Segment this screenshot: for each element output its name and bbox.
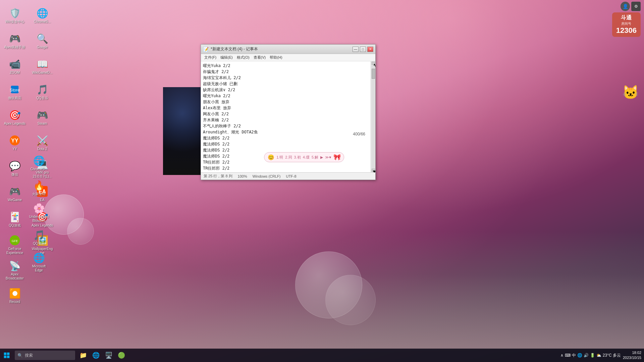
emoji-hearts[interactable]: ≫♥: [325, 155, 331, 160]
emoji-item-3[interactable]: 3.初: [294, 155, 301, 160]
desktop-icon-win-security[interactable]: 🛡️ Win安全中心: [3, 3, 27, 27]
desktop-icon-apexbroadcaster[interactable]: 📡 Apex Broadcaster: [3, 258, 27, 282]
sidu-widget[interactable]: 斗通 房间号 12306: [612, 12, 641, 37]
tray-lang[interactable]: 中: [572, 353, 576, 358]
desktop-icon-wechat[interactable]: 💬 微信: [3, 156, 27, 180]
notepad-scrollbar[interactable]: ▲ ▼: [371, 61, 375, 172]
desktop-icon-wiki[interactable]: 📖 WikiGameD...: [30, 54, 54, 78]
taskbar-app-360[interactable]: 🟢: [115, 349, 127, 361]
status-position: 第 25 行，第 8 列: [204, 174, 232, 179]
close-button[interactable]: ✕: [367, 47, 373, 52]
emoji-item-5[interactable]: 5.解: [312, 155, 318, 160]
taskbar-search[interactable]: 🔍 搜索: [15, 351, 75, 360]
desktop-icon-qqmusic2[interactable]: 🎵 QQ音乐: [27, 225, 51, 249]
desktop-icon-google[interactable]: 🔍 Google: [30, 29, 54, 53]
desktop-icon-underground[interactable]: 🌸 Underground Blossom: [27, 200, 51, 225]
menu-format[interactable]: 格式(O): [235, 54, 252, 61]
notepad-titlebar: 📝 *新建文本文档 (4) - 记事本 — □ ✕: [201, 45, 375, 54]
status-line-ending: Windows (CRLF): [253, 174, 281, 178]
top-right-icons: 👤 ⚙: [621, 2, 641, 11]
user-avatar[interactable]: 👤: [621, 2, 630, 11]
desktop-icon-huoyan[interactable]: 🔥 火眼金睛: [27, 176, 51, 200]
tray-network[interactable]: 🌐: [577, 353, 582, 358]
desktop-icon-chrome2[interactable]: 🌐 ChromeS...: [27, 151, 51, 175]
tray-up-arrow[interactable]: ∧: [560, 353, 564, 358]
sidu-title: 斗通: [616, 14, 637, 21]
menu-edit[interactable]: 编辑(E): [218, 54, 235, 61]
notepad-window: 📝 *新建文本文档 (4) - 记事本 — □ ✕ 文件(F) 编辑(E) 格式…: [201, 44, 376, 180]
start-button[interactable]: [0, 349, 13, 362]
search-placeholder: 搜索: [25, 353, 33, 358]
status-zoom: 100%: [238, 174, 247, 178]
menu-file[interactable]: 文件(F): [202, 54, 218, 61]
emoji-item-2[interactable]: 2.同: [285, 155, 292, 160]
desktop-icon-zoom[interactable]: 📹 ZOOM: [3, 54, 27, 78]
weather-text: 23°C 多云: [603, 353, 621, 358]
desktop-icon-store[interactable]: Store 微软商店: [3, 80, 27, 104]
svg-rect-8: [4, 353, 7, 355]
emoji-item-1[interactable]: 1.明: [276, 155, 283, 160]
desktop-icon-record[interactable]: ⏺️ Record: [3, 284, 27, 308]
emoji-play[interactable]: ▶: [320, 155, 323, 160]
svg-rect-9: [7, 353, 10, 355]
taskbar-app-file-explorer[interactable]: 📁: [77, 349, 89, 361]
clock-time: 18:02: [623, 350, 641, 355]
desktop-icon-steam[interactable]: 🎮 Steam: [30, 105, 54, 129]
tray-sound[interactable]: 🔊: [584, 353, 589, 358]
notepad-menubar: 文件(F) 编辑(E) 格式(O) 查看(V) 帮助(H): [201, 54, 375, 61]
notepad-statusbar: 第 25 行，第 8 列 100% Windows (CRLF) UTF-8: [201, 172, 375, 180]
desktop-icon-yy[interactable]: YY YY: [3, 131, 27, 155]
taskbar-right: ∧ ⌨ 中 🌐 🔊 🔋 ⛅ 23°C 多云 18:02 2023/10/15: [560, 350, 644, 361]
sidu-subtitle: 房间号: [616, 21, 637, 26]
svg-rect-10: [4, 356, 7, 358]
taskbar-apps: 📁 🌐 🖥️ 🟢: [77, 349, 127, 361]
desktop-icon-edge[interactable]: 🌐 Microsoft Edge: [27, 250, 51, 274]
clock-date: 2023/10/15: [623, 355, 641, 360]
svg-rect-11: [7, 356, 10, 358]
tray-battery[interactable]: 🔋: [590, 353, 595, 358]
desktop-icon-apex-mobile[interactable]: 🎮 Apex英雄手游: [3, 29, 27, 53]
desktop-icon-qqgames[interactable]: 🃏 QQ游戏: [3, 207, 27, 231]
svg-text:YY: YY: [11, 138, 18, 143]
desktop-icon-qqmusic[interactable]: 🎵 QQ音乐: [30, 80, 54, 104]
weather-icon: ⛅: [596, 353, 601, 358]
menu-help[interactable]: 帮助(H): [268, 54, 284, 61]
taskbar-app-cmd[interactable]: 🖥️: [103, 349, 115, 361]
status-encoding: UTF-8: [286, 174, 296, 178]
emoji-toolbar[interactable]: 😊 1.明 2.同 3.初 4.缓 5.解 ▶ ≫♥ 🎀: [264, 152, 344, 162]
system-tray: ∧ ⌨ 中 🌐 🔊 🔋 ⛅ 23°C 多云: [560, 353, 621, 358]
sidu-number: 12306: [616, 26, 637, 35]
taskbar: 🔍 搜索 📁 🌐 🖥️ 🟢 ∧ ⌨ 中 🌐 🔊 🔋 ⛅ 23°C 多云: [0, 349, 644, 362]
maximize-button[interactable]: □: [360, 47, 366, 52]
desktop-icon-geforce[interactable]: GFE GeForce Experience: [3, 233, 27, 257]
settings-icon[interactable]: ⚙: [631, 2, 641, 11]
svg-text:Store: Store: [10, 88, 20, 93]
video-panel: [163, 87, 202, 175]
desktop-icon-wegame[interactable]: 🎮 WeGame: [3, 182, 27, 206]
menu-view[interactable]: 查看(V): [252, 54, 268, 61]
hello-kitty-decoration: 🐱: [621, 82, 641, 102]
svg-text:GFE: GFE: [12, 239, 18, 243]
taskbar-app-edge[interactable]: 🌐: [90, 349, 102, 361]
minimize-button[interactable]: —: [353, 47, 359, 52]
desktop-icon-chromestab[interactable]: 🌐 ChromeS...: [30, 3, 54, 27]
desktop-icon-apex[interactable]: 🎯 Apex Legends: [3, 105, 27, 129]
top-right-widget: 👤 ⚙ 斗通 房间号 12306: [612, 2, 641, 37]
notepad-content-area: ▲ ▼ 400/66 😊 1.明 2.同 3.初 4.缓 5.解 ▶ ≫♥ 🎀: [201, 61, 375, 172]
emoji-item-4[interactable]: 4.缓: [303, 155, 310, 160]
notepad-title: *新建文本文档 (4) - 记事本: [211, 46, 352, 52]
system-clock[interactable]: 18:02 2023/10/15: [623, 350, 641, 361]
tray-keyboard[interactable]: ⌨: [565, 353, 571, 358]
counter-display: 400/66: [353, 132, 365, 136]
